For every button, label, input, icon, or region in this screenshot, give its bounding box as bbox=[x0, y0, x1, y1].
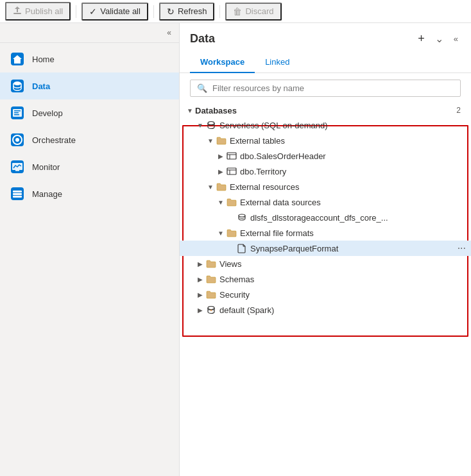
publish-icon bbox=[13, 6, 22, 17]
tree-item-sales-order-header[interactable]: ▶ dbo.SalesOrderHeader bbox=[180, 148, 471, 164]
svg-rect-17 bbox=[13, 193, 22, 195]
sidebar: « Home bbox=[0, 23, 180, 476]
expand-panel-button[interactable]: ⌄ bbox=[432, 31, 446, 46]
sidebar-label-orchestrate: Orchestrate bbox=[32, 135, 76, 145]
separator-1 bbox=[76, 5, 76, 18]
svg-rect-18 bbox=[13, 196, 22, 198]
expand-security-icon: ▶ bbox=[195, 289, 205, 300]
external-data-sources-label: External data sources bbox=[240, 198, 471, 207]
main-layout: « Home bbox=[0, 23, 471, 476]
panel-header-actions: + ⌄ « bbox=[415, 31, 461, 47]
dlsfs-label: dlsfs_dlsstorageaccount_dfs_core_... bbox=[250, 213, 471, 223]
folder-external-tables-icon bbox=[216, 135, 227, 146]
tree-item-security[interactable]: ▶ Security bbox=[180, 287, 471, 302]
expand-external-resources-icon: ▼ bbox=[205, 182, 216, 192]
separator-2 bbox=[153, 5, 154, 18]
search-icon: 🔍 bbox=[197, 83, 207, 93]
tree-item-schemas[interactable]: ▶ Schemas bbox=[180, 271, 471, 287]
refresh-icon: ↻ bbox=[167, 6, 175, 17]
folder-external-data-sources-icon bbox=[226, 196, 237, 208]
synapse-parquet-actions[interactable]: ··· bbox=[458, 242, 466, 254]
panel-title: Data bbox=[190, 32, 215, 46]
tree-item-territory[interactable]: ▶ dbo.Territory bbox=[180, 164, 471, 179]
tree-item-default-spark[interactable]: ▶ default (Spark) bbox=[180, 302, 471, 318]
tabs: Workspace Linked bbox=[180, 52, 471, 73]
discard-icon: 🗑 bbox=[233, 6, 242, 17]
search-bar: 🔍 bbox=[190, 80, 461, 97]
tree-wrapper: ▼ Databases 2 ▼ Serverless (SQL on-deman… bbox=[180, 103, 471, 476]
svg-rect-6 bbox=[14, 110, 21, 112]
spark-db-icon bbox=[205, 304, 217, 316]
svg-point-11 bbox=[15, 138, 19, 142]
serverless-label: Serverless (SQL on-demand) bbox=[219, 121, 471, 130]
monitor-icon bbox=[10, 160, 24, 174]
svg-rect-16 bbox=[13, 191, 22, 192]
tree-item-external-resources[interactable]: ▼ External resources bbox=[180, 179, 471, 194]
sidebar-item-develop[interactable]: Develop bbox=[0, 99, 179, 126]
external-resources-label: External resources bbox=[230, 182, 471, 192]
expand-default-spark-icon: ▶ bbox=[195, 305, 205, 315]
sidebar-collapse-bar: « bbox=[0, 23, 179, 43]
folder-schemas-icon bbox=[205, 273, 217, 285]
tree-item-serverless[interactable]: ▼ Serverless (SQL on-demand) bbox=[180, 117, 471, 133]
tree-item-external-tables[interactable]: ▼ External tables bbox=[180, 133, 471, 148]
expand-views-icon: ▶ bbox=[195, 259, 205, 269]
sidebar-item-monitor[interactable]: Monitor bbox=[0, 153, 179, 180]
table-sales-order-icon bbox=[226, 150, 237, 162]
add-resource-button[interactable]: + bbox=[415, 31, 427, 47]
tree-section-databases[interactable]: ▼ Databases 2 bbox=[180, 103, 471, 117]
discard-button[interactable]: 🗑 Discard bbox=[225, 3, 281, 21]
expand-databases-icon: ▼ bbox=[185, 105, 195, 115]
sidebar-item-manage[interactable]: Manage bbox=[0, 180, 179, 207]
synapse-parquet-label: SynapseParquetFormat bbox=[250, 244, 458, 253]
orchestrate-icon bbox=[10, 133, 24, 147]
expand-territory-icon: ▶ bbox=[216, 166, 226, 176]
svg-rect-14 bbox=[15, 170, 19, 171]
folder-external-file-formats-icon bbox=[226, 227, 237, 239]
sidebar-label-monitor: Monitor bbox=[32, 162, 60, 172]
external-tables-label: External tables bbox=[230, 136, 471, 146]
validate-icon: ✓ bbox=[89, 6, 97, 17]
tree-item-external-data-sources[interactable]: ▼ External data sources bbox=[180, 194, 471, 210]
table-territory-icon bbox=[226, 166, 237, 177]
svg-point-19 bbox=[208, 122, 214, 125]
default-spark-label: default (Spark) bbox=[219, 305, 471, 315]
sidebar-label-manage: Manage bbox=[32, 189, 62, 199]
folder-security-icon bbox=[205, 289, 217, 300]
sidebar-item-orchestrate[interactable]: Orchestrate bbox=[0, 126, 179, 153]
expand-external-data-sources-icon: ▼ bbox=[216, 197, 226, 207]
datasource-dlsfs-icon bbox=[236, 212, 248, 223]
sidebar-label-data: Data bbox=[32, 81, 50, 91]
sidebar-label-home: Home bbox=[32, 55, 55, 64]
serverless-db-icon bbox=[205, 119, 217, 131]
sidebar-label-develop: Develop bbox=[32, 108, 63, 118]
security-label: Security bbox=[219, 290, 471, 300]
svg-point-27 bbox=[239, 214, 245, 217]
tree-item-views[interactable]: ▶ Views bbox=[180, 256, 471, 271]
sidebar-item-data[interactable]: Data bbox=[0, 72, 179, 99]
sidebar-item-home[interactable]: Home bbox=[0, 46, 179, 72]
tree-item-synapse-parquet[interactable]: SynapseParquetFormat ··· bbox=[180, 241, 471, 256]
databases-count: 2 bbox=[456, 106, 461, 115]
collapse-panel-button[interactable]: « bbox=[451, 33, 461, 45]
svg-rect-24 bbox=[227, 168, 236, 174]
folder-external-resources-icon bbox=[216, 181, 227, 192]
svg-rect-0 bbox=[13, 13, 21, 14]
tree-item-external-file-formats[interactable]: ▼ External file formats bbox=[180, 225, 471, 241]
publish-all-button[interactable]: Publish all bbox=[5, 2, 71, 21]
sidebar-nav: Home Data bbox=[0, 43, 179, 476]
svg-rect-7 bbox=[14, 112, 19, 114]
expand-sales-order-icon: ▶ bbox=[216, 151, 226, 161]
refresh-button[interactable]: ↻ Refresh bbox=[159, 3, 215, 21]
expand-external-tables-icon: ▼ bbox=[205, 135, 216, 146]
data-icon bbox=[10, 79, 24, 93]
tab-linked[interactable]: Linked bbox=[255, 52, 300, 73]
sales-order-header-label: dbo.SalesOrderHeader bbox=[240, 151, 471, 161]
validate-all-button[interactable]: ✓ Validate all bbox=[81, 3, 148, 21]
manage-icon bbox=[10, 187, 24, 201]
tab-workspace[interactable]: Workspace bbox=[190, 52, 255, 73]
collapse-sidebar-button[interactable]: « bbox=[164, 27, 174, 38]
file-synapse-parquet-icon bbox=[236, 242, 248, 254]
search-input[interactable] bbox=[212, 83, 454, 93]
tree-item-dlsfs[interactable]: dlsfs_dlsstorageaccount_dfs_core_... bbox=[180, 210, 471, 225]
